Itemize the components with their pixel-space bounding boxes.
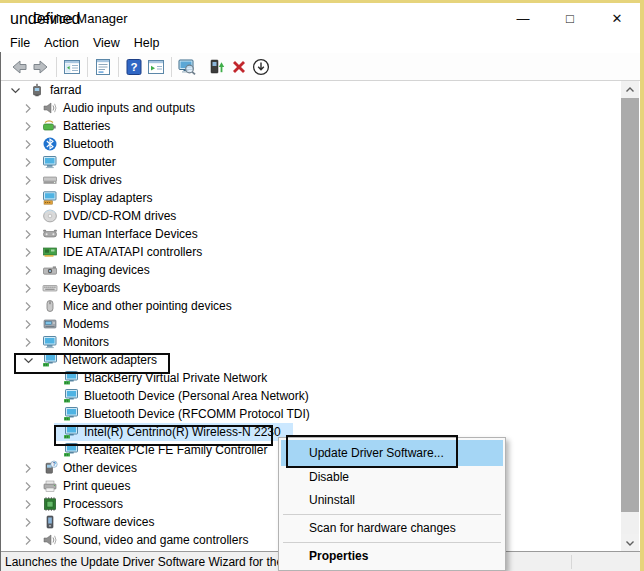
chevron-right-icon[interactable] [20,207,36,225]
chevron-right-icon[interactable] [20,333,36,351]
tree-item[interactable]: DVD/CD-ROM drives [1,207,621,225]
scroll-down-button[interactable] [621,534,639,551]
tree-item-label[interactable]: Mice and other pointing devices [63,299,232,313]
tree-item-label[interactable]: Realtek PCIe FE Family Controller [84,443,267,457]
tree-item-label[interactable]: farrad [50,83,81,97]
chevron-right-icon[interactable] [20,495,36,513]
tree-item-label[interactable]: Bluetooth Device (RFCOMM Protocol TDI) [84,407,310,421]
chevron-right-icon[interactable] [20,315,36,333]
menu-file[interactable]: File [3,34,37,52]
tree-item[interactable]: Computer [1,153,621,171]
chevron-right-icon[interactable] [20,261,36,279]
menu-action[interactable]: Action [37,34,86,52]
minimize-button[interactable]: — [514,11,532,26]
tree-item-label[interactable]: IDE ATA/ATAPI controllers [63,245,202,259]
tree-item-label[interactable]: Disk drives [63,173,122,187]
back-icon[interactable] [8,56,30,78]
tree-item-label[interactable]: Human Interface Devices [63,227,198,241]
tree-item[interactable]: Imaging devices [1,261,621,279]
tree-item[interactable]: Monitors [1,333,621,351]
ide-controller-icon [42,244,58,260]
chevron-right-icon[interactable] [20,189,36,207]
chevron-right-icon[interactable] [20,135,36,153]
tree-item-label[interactable]: Keyboards [63,281,120,295]
tree-item[interactable]: Bluetooth Device (RFCOMM Protocol TDI) [1,405,621,423]
context-menu-item-uninstall[interactable]: Uninstall [279,489,505,512]
tree-item-label[interactable]: Network adapters [63,353,157,367]
tree-item-label[interactable]: Modems [63,317,109,331]
vertical-scrollbar[interactable] [621,81,639,551]
tree-item-label[interactable]: Software devices [63,515,154,529]
tree-item[interactable]: Bluetooth [1,135,621,153]
update-driver-icon[interactable] [206,56,228,78]
properties-icon[interactable] [92,56,114,78]
help-icon[interactable]: ? [123,56,145,78]
chevron-right-icon[interactable] [20,531,36,549]
tree-item-label[interactable]: Monitors [63,335,109,349]
chevron-right-icon[interactable] [20,279,36,297]
uninstall-icon[interactable] [228,56,250,78]
tree-item-label[interactable]: Print queues [63,479,130,493]
chevron-down-icon[interactable] [20,351,36,369]
tree-item[interactable]: Disk drives [1,171,621,189]
scan-hardware-icon[interactable] [176,56,198,78]
title-bar: undefined Device Manager —□✕ [0,3,640,33]
chevron-down-icon[interactable] [7,81,23,99]
tree-item[interactable]: Mice and other pointing devices [1,297,621,315]
chevron-right-icon[interactable] [20,297,36,315]
tree-item-label[interactable]: Audio inputs and outputs [63,101,195,115]
tree-item-label[interactable]: DVD/CD-ROM drives [63,209,176,223]
tree-item-label[interactable]: Intel(R) Centrino(R) Wireless-N 2230 [84,425,281,439]
tree-item[interactable]: Modems [1,315,621,333]
tree-item[interactable]: Keyboards [1,279,621,297]
chevron-placeholder [41,441,57,459]
tree-item-label[interactable]: Display adapters [63,191,152,205]
tree-item-label[interactable]: Sound, video and game controllers [63,533,248,547]
context-menu-item-properties[interactable]: Properties [279,545,505,568]
tree-item[interactable]: IDE ATA/ATAPI controllers [1,243,621,261]
chevron-right-icon[interactable] [20,459,36,477]
chevron-right-icon[interactable] [20,171,36,189]
context-menu-item-scan-for-hardware-changes[interactable]: Scan for hardware changes [279,517,505,540]
console-tree-icon[interactable] [61,56,83,78]
tree-item-label[interactable]: Batteries [63,119,110,133]
chevron-right-icon[interactable] [20,225,36,243]
tree-item-label[interactable]: Imaging devices [63,263,150,277]
tree-item[interactable]: Bluetooth Device (Personal Area Network) [1,387,621,405]
menu-view[interactable]: View [86,34,127,52]
menu-help[interactable]: Help [127,34,167,52]
tree-item-label[interactable]: Computer [63,155,116,169]
maximize-button[interactable]: □ [561,11,579,26]
tree-item[interactable]: Network adapters [1,351,621,369]
chevron-right-icon[interactable] [20,117,36,135]
tree-item-label[interactable]: Processors [63,497,123,511]
window-title: Device Manager [33,11,128,26]
network-adapter-icon [63,370,79,386]
chevron-right-icon[interactable] [20,99,36,117]
chevron-right-icon[interactable] [20,243,36,261]
chevron-right-icon[interactable] [20,153,36,171]
tree-item-label[interactable]: Bluetooth [63,137,114,151]
close-button[interactable]: ✕ [608,11,626,26]
tree-item[interactable]: Batteries [1,117,621,135]
scrollbar-thumb[interactable] [621,98,639,512]
tree-item[interactable]: Audio inputs and outputs [1,99,621,117]
tree-item[interactable]: farrad [1,81,621,99]
disable-icon[interactable] [250,56,272,78]
action-pane-icon[interactable] [145,56,167,78]
context-menu-item-update-driver-software[interactable]: Update Driver Software... [281,440,503,466]
tree-item-label[interactable]: Other devices [63,461,137,475]
forward-icon[interactable] [30,56,52,78]
keyboard-icon [42,280,58,296]
tree-item[interactable]: Display adapters [1,189,621,207]
tree-item[interactable]: BlackBerry Virtual Private Network [1,369,621,387]
device-manager-icon[interactable]: undefined [10,10,26,26]
window-left-border [0,52,1,571]
tree-item-label[interactable]: BlackBerry Virtual Private Network [84,371,267,385]
tree-item[interactable]: Human Interface Devices [1,225,621,243]
scroll-up-button[interactable] [621,81,639,98]
chevron-right-icon[interactable] [20,477,36,495]
chevron-right-icon[interactable] [20,513,36,531]
tree-item-label[interactable]: Bluetooth Device (Personal Area Network) [84,389,309,403]
context-menu-item-disable[interactable]: Disable [279,466,505,489]
